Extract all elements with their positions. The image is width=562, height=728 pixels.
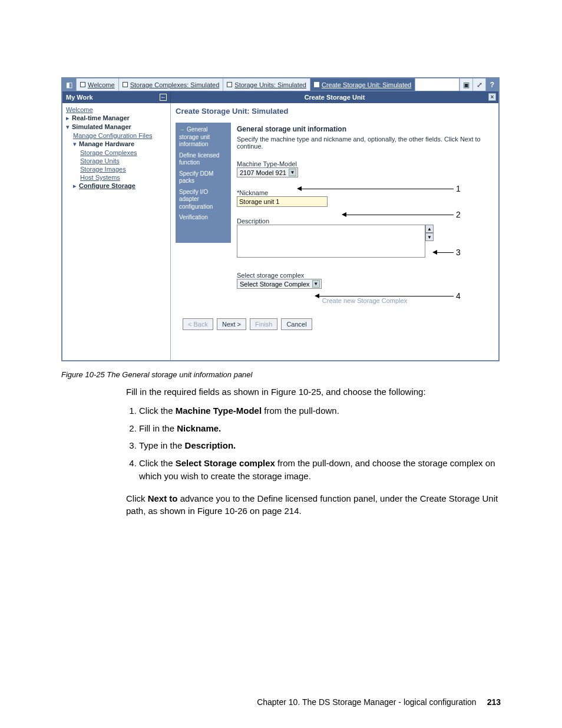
document-body-text: Fill in the required fields as shown in … bbox=[126, 386, 500, 518]
wizard-step-4: Specify I/O adapter configuration bbox=[179, 189, 227, 211]
app-menu-icon[interactable]: ◧ bbox=[62, 78, 77, 91]
scroll-down-icon[interactable]: ▼ bbox=[425, 233, 434, 241]
wizard-step-3: Specify DDM packs bbox=[179, 170, 227, 185]
select-complex-label: Select storage complex bbox=[237, 272, 492, 279]
footer-chapter: Chapter 10. The DS Storage Manager - log… bbox=[257, 697, 477, 707]
figure-caption: Figure 10-25 The General storage unit in… bbox=[61, 370, 252, 379]
cancel-button[interactable]: Cancel bbox=[281, 318, 312, 330]
current-step-arrow-icon: → bbox=[179, 126, 185, 133]
machine-type-select[interactable]: 2107 Model 921 ▼ bbox=[237, 167, 298, 177]
nav-realtime-manager[interactable]: Real-time Manager bbox=[72, 114, 130, 121]
form-description: Specify the machine type and nickname an… bbox=[237, 136, 492, 150]
wizard-step-1: →General storage unit information bbox=[179, 126, 227, 149]
dropdown-icon: ▼ bbox=[312, 280, 320, 288]
scroll-up-icon[interactable]: ▲ bbox=[425, 225, 434, 233]
nav-welcome[interactable]: Welcome bbox=[66, 106, 93, 113]
nav-simulated-manager[interactable]: Simulated Manager bbox=[72, 123, 131, 130]
step-3: Type in the Description. bbox=[139, 439, 500, 452]
toolbar-button-1[interactable]: ▣ bbox=[459, 78, 472, 91]
close-icon[interactable]: × bbox=[488, 93, 496, 101]
tree-collapse-icon[interactable]: ▾ bbox=[73, 140, 79, 148]
main-content: Create Storage Unit: Simulated →General … bbox=[171, 103, 498, 360]
panel-header-row: My Work ← Create Storage Unit × bbox=[62, 91, 498, 103]
tab-bar: ◧ Welcome Storage Complexes: Simulated S… bbox=[62, 78, 498, 91]
description-label: Description bbox=[237, 218, 492, 225]
form-heading: General storage unit information bbox=[237, 125, 492, 133]
nav-storage-images[interactable]: Storage Images bbox=[80, 166, 126, 173]
wizard-form: General storage unit information Specify… bbox=[231, 123, 498, 309]
tree-expand-icon[interactable]: ▸ bbox=[73, 182, 79, 190]
finish-button[interactable]: Finish bbox=[250, 318, 277, 330]
nav-manage-hardware[interactable]: Manage Hardware bbox=[79, 140, 134, 147]
page-title: Create Storage Unit: Simulated bbox=[176, 107, 498, 123]
callout-3: 3 bbox=[456, 248, 461, 257]
page-footer: Chapter 10. The DS Storage Manager - log… bbox=[0, 697, 562, 707]
tab-create-storage-unit[interactable]: Create Storage Unit: Simulated bbox=[310, 78, 415, 91]
wizard-step-5: Verification bbox=[179, 214, 227, 222]
outro-text: Click Next to advance you to the Define … bbox=[126, 492, 500, 518]
footer-page-number: 213 bbox=[487, 697, 501, 707]
textarea-scrollbar[interactable]: ▲ ▼ bbox=[425, 225, 434, 241]
dropdown-icon: ▼ bbox=[289, 169, 296, 176]
help-button[interactable]: ? bbox=[485, 78, 498, 91]
nav-storage-complexes[interactable]: Storage Complexes bbox=[80, 149, 137, 156]
tab-storage-units[interactable]: Storage Units: Simulated bbox=[223, 78, 310, 91]
navigation-tree: Welcome ▸Real-time Manager ▾Simulated Ma… bbox=[62, 103, 171, 360]
nav-host-systems[interactable]: Host Systems bbox=[80, 174, 120, 181]
tab-welcome[interactable]: Welcome bbox=[77, 78, 119, 91]
sidebar-title: My Work bbox=[66, 94, 93, 101]
back-button[interactable]: < Back bbox=[183, 318, 213, 330]
callout-1: 1 bbox=[456, 184, 461, 193]
nickname-label: *Nickname bbox=[237, 189, 492, 196]
wizard-steps: →General storage unit information Define… bbox=[176, 123, 231, 243]
app-screenshot: ◧ Welcome Storage Complexes: Simulated S… bbox=[61, 77, 500, 361]
intro-text: Fill in the required fields as shown in … bbox=[126, 386, 500, 398]
description-textarea[interactable] bbox=[237, 225, 425, 258]
toolbar-button-2[interactable]: ⤢ bbox=[472, 78, 485, 91]
wizard-step-2: Define licensed function bbox=[179, 152, 227, 167]
nickname-input[interactable] bbox=[237, 196, 328, 207]
storage-complex-select[interactable]: Select Storage Complex ▼ bbox=[237, 279, 322, 289]
create-new-complex-link[interactable]: Create new Storage Complex bbox=[237, 297, 492, 304]
nav-configure-storage[interactable]: Configure Storage bbox=[79, 182, 135, 189]
step-2: Fill in the Nickname. bbox=[139, 422, 500, 435]
machine-type-value: 2107 Model 921 bbox=[240, 169, 286, 176]
content-title: Create Storage Unit bbox=[305, 94, 365, 101]
next-button[interactable]: Next > bbox=[217, 318, 246, 330]
content-header: Create Storage Unit × bbox=[171, 91, 498, 103]
callout-4: 4 bbox=[456, 291, 461, 301]
tree-collapse-icon[interactable]: ▾ bbox=[66, 123, 72, 131]
step-4: Click the Select Storage complex from th… bbox=[139, 457, 500, 483]
machine-type-label: Machine Type-Model bbox=[237, 160, 492, 167]
step-1: Click the Machine Type-Model from the pu… bbox=[139, 404, 500, 417]
storage-complex-value: Select Storage Complex bbox=[240, 281, 310, 288]
tab-storage-complexes[interactable]: Storage Complexes: Simulated bbox=[119, 78, 224, 91]
nav-storage-units[interactable]: Storage Units bbox=[80, 157, 120, 164]
callout-2: 2 bbox=[456, 210, 461, 219]
nav-manage-config[interactable]: Manage Configuration Files bbox=[73, 132, 153, 139]
wizard-button-row: < Back Next > Finish Cancel bbox=[183, 318, 498, 330]
sidebar-header: My Work ← bbox=[62, 91, 171, 103]
tree-expand-icon[interactable]: ▸ bbox=[66, 114, 72, 122]
sidebar-collapse-icon[interactable]: ← bbox=[160, 94, 167, 101]
